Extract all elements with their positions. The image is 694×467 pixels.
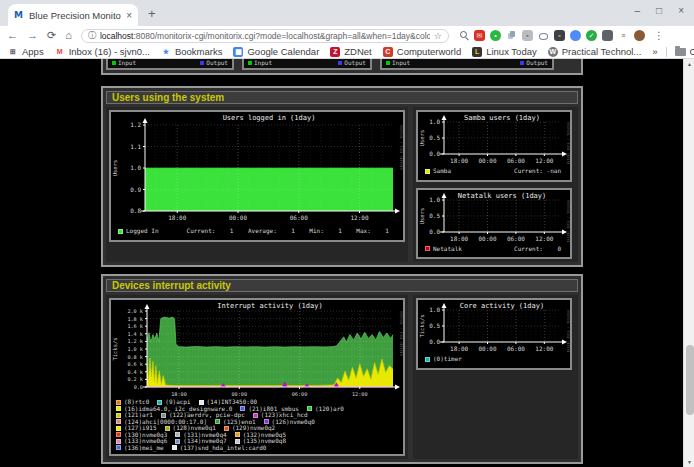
output-legend: Output bbox=[338, 60, 366, 66]
svg-text:06:00: 06:00 bbox=[292, 391, 308, 397]
bookmark-inbox[interactable]: MInbox (16) - sjvn0... bbox=[55, 46, 150, 57]
samba-users-chart: 0.00.51.018:0000:0006:0012:00Samba users… bbox=[418, 112, 570, 164]
bookmark-practical-technology-label: Practical Technol... bbox=[562, 46, 642, 57]
core-activity-legend: (0)timer bbox=[418, 352, 570, 368]
svg-text:Ticks/s: Ticks/s bbox=[112, 337, 118, 360]
bookmark-inbox-label: Inbox (16) - sjvn0... bbox=[69, 46, 150, 57]
profile-avatar[interactable] bbox=[634, 30, 645, 41]
legend-item: (8)rtc0 bbox=[116, 398, 149, 405]
users-right-cell: 0.00.51.018:0000:0006:0012:00Samba users… bbox=[413, 107, 578, 262]
legend-item: (9)acpi bbox=[157, 398, 190, 405]
bookmark-computerworld-icon: C bbox=[383, 47, 393, 57]
svg-text:1.8 k: 1.8 k bbox=[127, 316, 143, 322]
interrupt-activity-chart: 0.00.2 k0.4 k0.6 k0.8 k1.0 k1.2 k1.4 k1.… bbox=[111, 300, 403, 398]
bookmark-computerworld-label: Computerworld bbox=[397, 46, 461, 57]
url-text: localhost:8080/monitorix-cgi/monitorix.c… bbox=[100, 31, 430, 41]
scroll-up-icon[interactable]: ▲ bbox=[684, 59, 694, 69]
legend-item: (120)ar0 bbox=[307, 405, 344, 412]
url-bar[interactable]: ⓘ localhost:8080/monitorix-cgi/monitorix… bbox=[81, 29, 449, 43]
mail-ext-icon[interactable]: ✉ bbox=[474, 30, 485, 41]
legend-item: (137)snd_hda_intel:card0 bbox=[172, 444, 267, 451]
svg-text:2.0 k: 2.0 k bbox=[127, 308, 143, 314]
users-logged-in-legend: Logged InCurrent: 1 Average: 1 Min: 1 Ma… bbox=[111, 224, 403, 240]
privacy-eye-ext-icon[interactable] bbox=[538, 30, 549, 41]
bookmarks-bar: ⊞AppsMInbox (16) - sjvn0...★Bookmarks▦Go… bbox=[0, 45, 694, 59]
legend-row: Logged InCurrent: 1 Average: 1 Min: 1 Ma… bbox=[111, 224, 403, 240]
svg-text:18:00: 18:00 bbox=[171, 391, 187, 397]
bookmark-apps-label: Apps bbox=[22, 46, 44, 57]
svg-text:0.6 k: 0.6 k bbox=[127, 361, 143, 367]
core-activity-chart: 0.00.51.018:0000:0006:0012:00Core activi… bbox=[418, 300, 570, 352]
svg-text:06:00: 06:00 bbox=[507, 157, 525, 164]
puzzle-extensions-icon[interactable] bbox=[602, 30, 613, 41]
search-ext-icon[interactable] bbox=[458, 30, 469, 41]
copy-ext-icon[interactable] bbox=[506, 30, 517, 41]
new-tab-button[interactable]: + bbox=[148, 6, 156, 21]
window-close-button[interactable]: × bbox=[678, 5, 684, 16]
legend-swatch bbox=[157, 400, 162, 405]
scrollbar-thumb[interactable] bbox=[686, 345, 694, 415]
reload-icon[interactable]: ⟳ bbox=[47, 30, 56, 41]
netatalk-users-chart: 0.00.51.018:0000:0006:0012:00Netatalk us… bbox=[418, 190, 570, 242]
svg-text:12:00: 12:00 bbox=[350, 214, 368, 221]
legend-swatch bbox=[425, 169, 430, 174]
dark-square-ext-icon[interactable]: ▫ bbox=[554, 30, 565, 41]
bookmarks-overflow-icon[interactable]: » bbox=[652, 46, 657, 57]
svg-text:1.6 k: 1.6 k bbox=[127, 323, 143, 329]
interrupt-activity-graph: 0.00.2 k0.4 k0.6 k0.8 k1.0 k1.2 k1.4 k1.… bbox=[109, 298, 405, 456]
samba-users-legend: SambaCurrent: -nan bbox=[418, 164, 570, 180]
bookmark-practical-technology[interactable]: WPractical Technol... bbox=[548, 46, 642, 57]
legend-swatch bbox=[161, 413, 166, 418]
svg-text:0.5: 0.5 bbox=[429, 322, 440, 329]
svg-text:1.4 k: 1.4 k bbox=[127, 331, 143, 337]
blue-circle-ext-icon[interactable] bbox=[570, 30, 581, 41]
interrupts-section-header: Devices interrupt activity bbox=[106, 279, 578, 292]
legend-item: (129)nvme0q2 bbox=[224, 424, 275, 431]
bookmark-apps[interactable]: ⊞Apps bbox=[8, 46, 44, 57]
svg-text:RRDTOOL / TOBI OETIKER: RRDTOOL / TOBI OETIKER bbox=[566, 310, 570, 352]
netatalk-users-legend: NetatalkCurrent: 0 bbox=[418, 242, 570, 258]
bookmark-bookmarks[interactable]: ★Bookmarks bbox=[161, 46, 223, 57]
bookmark-star-icon[interactable]: ☆ bbox=[434, 31, 442, 41]
output-legend: Output bbox=[520, 60, 548, 66]
maximize-button[interactable]: □ bbox=[656, 5, 662, 16]
legend-row: SambaCurrent: -nan bbox=[418, 164, 570, 180]
core-activity-graph: 0.00.51.018:0000:0006:0012:00Core activi… bbox=[416, 298, 572, 370]
svg-text:0.0: 0.0 bbox=[429, 228, 440, 235]
bookmark-zdnet[interactable]: ZZDNet bbox=[330, 46, 371, 57]
forward-icon[interactable]: → bbox=[27, 30, 38, 41]
svg-text:0.0: 0.0 bbox=[429, 150, 440, 157]
bookmark-linux-today[interactable]: LLinux Today bbox=[472, 46, 537, 57]
svg-text:18:00: 18:00 bbox=[450, 345, 468, 352]
home-icon[interactable]: ⌂ bbox=[65, 30, 72, 41]
legend-item: Logged In bbox=[118, 228, 159, 235]
bookmark-bookmarks-icon: ★ bbox=[161, 47, 171, 57]
users-logged-in-cell: 0.80.91.01.11.218:0000:0006:0012:00Users… bbox=[106, 107, 408, 262]
svg-text:Users: Users bbox=[112, 160, 118, 177]
scroll-down-icon[interactable]: ▼ bbox=[684, 457, 694, 467]
svg-text:1.0: 1.0 bbox=[429, 196, 440, 203]
bookmark-google-calendar[interactable]: ▦Google Calendar bbox=[233, 46, 319, 57]
legend-item: (123)xhci_hcd bbox=[253, 411, 308, 418]
page-info-icon[interactable]: ⓘ bbox=[88, 30, 96, 41]
bookmark-linux-today-icon: L bbox=[472, 47, 482, 57]
other-bookmarks-button[interactable]: Other bookmarks bbox=[675, 46, 694, 57]
chat-ext-icon[interactable]: • bbox=[490, 30, 501, 41]
tab-title: Blue Precision Monitorix bbox=[29, 10, 121, 21]
bookmark-practical-technology-icon: W bbox=[548, 47, 558, 57]
bookmark-bookmarks-label: Bookmarks bbox=[175, 46, 223, 57]
svg-text:1.0: 1.0 bbox=[429, 306, 440, 313]
chrome-menu-icon[interactable]: ⋮ bbox=[654, 30, 664, 41]
back-icon[interactable]: ← bbox=[7, 30, 18, 41]
browser-tab[interactable]: M Blue Precision Monitorix × bbox=[8, 4, 138, 26]
tab-close-icon[interactable]: × bbox=[126, 10, 132, 21]
screenshot-ext-icon[interactable]: ▪ bbox=[522, 30, 533, 41]
svg-text:RRDTOOL / TOBI OETIKER: RRDTOOL / TOBI OETIKER bbox=[566, 122, 570, 164]
vertical-scrollbar[interactable]: ▲ ▼ bbox=[683, 59, 694, 467]
minimize-button[interactable]: – bbox=[635, 5, 641, 16]
legend-row: NetatalkCurrent: 0 bbox=[418, 242, 570, 258]
partial-graph-box-1: InputOutput bbox=[106, 59, 234, 70]
bookmark-computerworld[interactable]: CComputerworld bbox=[383, 46, 461, 57]
reading-list-icon[interactable]: ≡ bbox=[618, 30, 629, 41]
adblock-ext-icon[interactable]: ✓ bbox=[586, 30, 597, 41]
